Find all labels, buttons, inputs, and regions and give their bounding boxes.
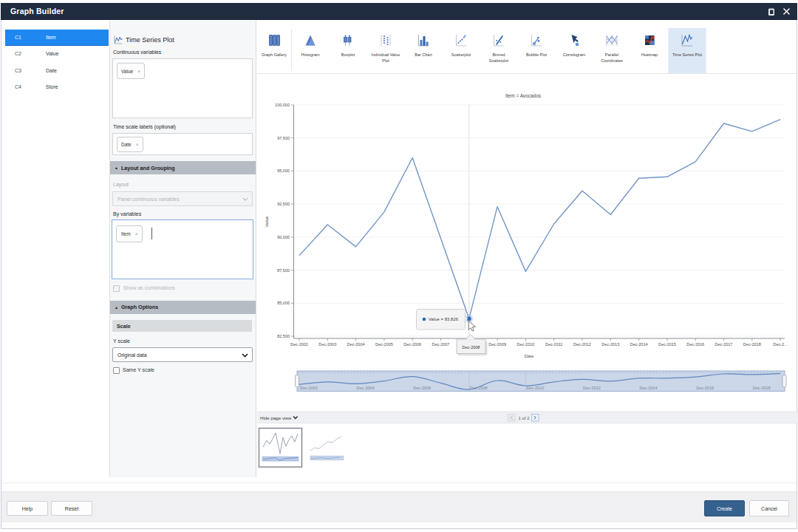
svg-text:Dec-2014: Dec-2014 (630, 342, 648, 347)
svg-text:Individual Value: Individual Value (372, 52, 400, 57)
svg-text:Dec-2012: Dec-2012 (573, 342, 591, 347)
svg-text:100,000: 100,000 (275, 103, 290, 107)
svg-text:Dec-2015: Dec-2015 (658, 342, 676, 347)
svg-text:Dec-2007: Dec-2007 (432, 342, 450, 347)
svg-text:Dec-2...: Dec-2... (773, 342, 788, 347)
svg-text:87,500: 87,500 (277, 268, 290, 273)
svg-text:Correlogram: Correlogram (563, 52, 586, 57)
svg-text:Dec-2018: Dec-2018 (743, 342, 761, 347)
svg-text:Bar Chart: Bar Chart (415, 52, 432, 57)
svg-text:Heatmap: Heatmap (641, 52, 658, 57)
svg-text:Date: Date (525, 354, 534, 358)
svg-text:Dec-2012: Dec-2012 (583, 386, 601, 390)
svg-text:Value: Value (265, 216, 269, 228)
svg-text:Value = 83,826: Value = 83,826 (429, 317, 459, 321)
svg-text:Dec-2002: Dec-2002 (300, 386, 318, 390)
svg-text:Dec-2016: Dec-2016 (686, 342, 704, 347)
svg-text:Scatterplot: Scatterplot (451, 52, 471, 57)
svg-text:Time Series Plot: Time Series Plot (672, 52, 703, 57)
svg-text:Dec-2008: Dec-2008 (463, 345, 480, 349)
svg-text:Dec-2005: Dec-2005 (375, 342, 393, 347)
svg-text:Dec-2010: Dec-2010 (516, 342, 534, 347)
svg-text:Dec-2004: Dec-2004 (357, 386, 375, 390)
svg-text:Graph Gallery: Graph Gallery (262, 52, 287, 57)
svg-text:Dec-2011: Dec-2011 (545, 342, 562, 347)
svg-text:Dec-2018: Dec-2018 (753, 386, 771, 390)
svg-text:Parallel: Parallel (605, 52, 618, 57)
svg-text:Scatterplot: Scatterplot (489, 58, 509, 63)
svg-text:95,000: 95,000 (277, 168, 290, 173)
svg-text:Dec-2017: Dec-2017 (715, 342, 733, 347)
svg-text:Dec-2006: Dec-2006 (413, 386, 431, 390)
svg-text:Dec-2003: Dec-2003 (318, 342, 336, 347)
svg-text:92,500: 92,500 (277, 202, 290, 206)
svg-text:97,500: 97,500 (277, 136, 290, 140)
svg-text:Binned: Binned (492, 52, 505, 57)
svg-text:Bubble Plot: Bubble Plot (526, 52, 548, 57)
svg-text:1 of 2: 1 of 2 (518, 416, 530, 420)
svg-text:Dec-2006: Dec-2006 (403, 342, 421, 347)
svg-text:Dec-2010: Dec-2010 (526, 386, 544, 390)
svg-text:85,000: 85,000 (277, 301, 290, 305)
svg-text:Dec-2004: Dec-2004 (347, 342, 365, 347)
svg-text:Dec-2014: Dec-2014 (640, 386, 658, 390)
svg-text:Boxplot: Boxplot (341, 52, 355, 57)
svg-text:Hide page view: Hide page view (260, 415, 292, 420)
svg-text:Dec-2013: Dec-2013 (601, 342, 619, 347)
svg-text:Dec-2009: Dec-2009 (488, 342, 506, 347)
svg-text:Dec-2002: Dec-2002 (290, 342, 308, 347)
svg-text:82,500: 82,500 (277, 334, 290, 338)
svg-text:Dec-2016: Dec-2016 (696, 386, 714, 390)
svg-text:Coordinates: Coordinates (601, 58, 623, 63)
svg-text:90,000: 90,000 (277, 235, 290, 239)
svg-text:Item = Avocados: Item = Avocados (505, 93, 542, 98)
svg-text:Histogram: Histogram (301, 52, 319, 57)
svg-text:Plot: Plot (382, 58, 389, 63)
